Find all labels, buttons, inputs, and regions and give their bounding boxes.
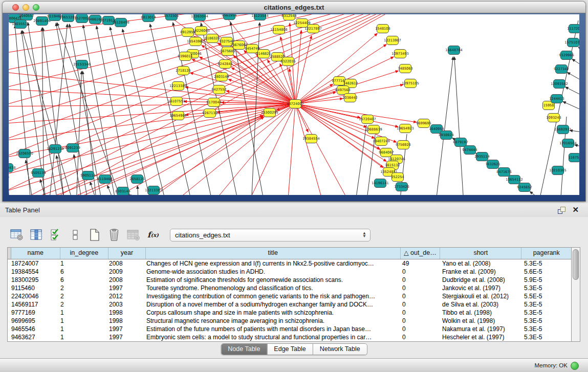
network-node[interactable]: 1244413 <box>549 95 564 103</box>
network-node[interactable]: 8186328 <box>205 34 220 43</box>
table-cell[interactable]: 5.3E-5 <box>520 259 570 268</box>
network-node[interactable]: 9699695 <box>416 119 431 128</box>
column-header-2[interactable]: year <box>108 248 146 259</box>
table-cell[interactable]: Hescheler et al. (1997) <box>439 333 520 341</box>
table-cell[interactable]: 5.3E-5 <box>520 325 570 333</box>
table-cell[interactable]: Genome-wide association studies in ADHD. <box>143 268 399 276</box>
table-cell[interactable]: 1997 <box>105 333 143 341</box>
network-node[interactable]: 9561954 <box>222 14 236 20</box>
table-cell[interactable]: 9465546 <box>8 325 57 333</box>
table-cell[interactable]: Tibbo et al. (1998) <box>439 309 520 317</box>
network-node[interactable]: 9396011 <box>178 52 192 61</box>
table-cell[interactable]: 0 <box>399 325 439 333</box>
network-node[interactable]: 1117203 <box>567 25 579 33</box>
network-node[interactable]: 6879197 <box>453 138 468 147</box>
table-cell[interactable]: Investigating the contribution of common… <box>143 292 399 300</box>
network-node[interactable]: 2040557 <box>19 14 34 20</box>
close-icon[interactable]: ✕ <box>572 205 579 214</box>
network-node[interactable]: 10213383 <box>145 186 162 195</box>
network-node[interactable]: 19384554 <box>302 135 320 143</box>
table-cell[interactable]: Yano et al. (2008) <box>439 259 520 268</box>
network-node[interactable]: 9245652 <box>517 183 532 192</box>
table-cell[interactable]: Tourette syndrome. Phenomenology and cla… <box>143 284 399 292</box>
table-cell[interactable]: Corpus callosum shape and size in male p… <box>143 309 399 317</box>
table-cell[interactable]: 1 <box>57 333 105 341</box>
tab-edge-table[interactable]: Edge Table <box>267 344 312 355</box>
network-node[interactable]: 10654112 <box>506 176 523 184</box>
column-header-1[interactable]: in_degree <box>60 248 109 259</box>
column-header-4[interactable]: △ out_de… <box>401 248 441 259</box>
table-row[interactable]: 946362711997Embryonic stem cells: a mode… <box>8 333 571 341</box>
network-node[interactable]: 6497568 <box>335 86 350 95</box>
table-cell[interactable]: 2 <box>57 292 105 300</box>
table-settings-icon[interactable] <box>9 227 25 243</box>
table-cell[interactable]: Structural magnetic resonance image aver… <box>143 317 399 325</box>
network-node[interactable]: 9242845 <box>217 60 232 69</box>
column-header-0[interactable]: name <box>11 248 60 259</box>
column-header-6[interactable]: pagerank <box>521 248 571 259</box>
table-cell[interactable]: 5.9E-5 <box>520 276 570 284</box>
tab-network-table[interactable]: Network Table <box>313 344 367 355</box>
table-cell[interactable]: 0 <box>399 317 439 325</box>
network-node[interactable]: 2935114 <box>474 152 489 161</box>
network-node[interactable]: 2803144 <box>214 73 229 81</box>
table-cell[interactable]: 0 <box>399 300 439 309</box>
table-cell[interactable]: 0 <box>399 292 439 300</box>
table-cell[interactable]: 18724007 <box>8 259 57 268</box>
network-node[interactable]: 252254 <box>391 173 404 182</box>
delete-table-icon[interactable] <box>106 227 122 243</box>
clear-cells-icon[interactable] <box>68 227 83 243</box>
table-cell[interactable]: 0 <box>399 309 439 317</box>
column-header-3[interactable]: title <box>146 248 401 259</box>
network-node[interactable]: 26206500 <box>16 149 33 158</box>
network-node[interactable]: 15720407 <box>359 115 376 124</box>
network-node[interactable]: 9227342 <box>554 65 569 74</box>
table-cell[interactable]: 2008 <box>105 276 143 284</box>
import-table-disabled-icon[interactable] <box>126 227 141 243</box>
network-node[interactable]: 9474444 <box>462 146 477 155</box>
table-cell[interactable]: de Silva et al. (2003) <box>439 300 520 309</box>
table-row[interactable]: 1456911722003Disruption of a novel membe… <box>8 300 571 309</box>
table-cell[interactable]: 5.3E-5 <box>520 284 570 292</box>
network-node[interactable]: 8312544 <box>281 14 296 20</box>
table-row[interactable]: 946554611997Estimation of the future num… <box>8 325 571 333</box>
table-cell[interactable]: Embryonic stem cells: a model to study s… <box>143 333 399 341</box>
table-cell[interactable]: 9463627 <box>8 333 57 341</box>
table-cell[interactable]: 0 <box>399 276 439 284</box>
network-node[interactable]: 12213383 <box>169 82 187 91</box>
table-cell[interactable]: Disruption of a novel member of a sodium… <box>143 300 399 309</box>
network-node[interactable]: 5675685 <box>220 47 235 56</box>
function-builder-icon[interactable]: f(x) <box>145 227 161 243</box>
network-node[interactable]: 7485063 <box>398 64 412 73</box>
network-node[interactable]: 10210365 <box>549 166 567 175</box>
table-cell[interactable]: 1 <box>57 317 105 325</box>
table-row[interactable]: 2242004622012Investigating the contribut… <box>8 292 571 300</box>
table-row[interactable]: 977716911998Corpus callosum shape and si… <box>8 309 571 317</box>
table-cell[interactable]: 0 <box>399 284 439 292</box>
table-cell[interactable]: Jankovic et al. (1997) <box>439 284 520 292</box>
network-node[interactable]: 19654923 <box>397 124 414 133</box>
table-row[interactable]: 1872400712008Changes of HCN gene express… <box>8 259 571 268</box>
network-node[interactable]: 9170044 <box>206 98 221 107</box>
table-cell[interactable]: 2012 <box>105 292 143 300</box>
network-node[interactable]: 16648784 <box>445 46 463 55</box>
table-cell[interactable]: 2009 <box>105 268 143 276</box>
network-node[interactable]: 1527002 <box>74 14 89 23</box>
table-row[interactable]: 911546021997Tourette syndrome. Phenomeno… <box>8 284 571 292</box>
select-all-checks-icon[interactable] <box>48 227 63 243</box>
network-node[interactable]: 8471676 <box>496 168 511 177</box>
table-row[interactable]: 1830029562008Estimation of significance … <box>8 276 571 284</box>
network-node[interactable]: 10973493 <box>391 50 409 58</box>
network-node[interactable]: 12263044 <box>191 14 208 21</box>
column-header-5[interactable]: short <box>440 248 521 259</box>
table-cell[interactable]: 9699695 <box>8 317 57 325</box>
table-cell[interactable]: 0 <box>399 333 439 341</box>
network-node[interactable]: 12975105 <box>402 79 419 88</box>
network-node[interactable]: 12213987 <box>384 36 401 45</box>
network-node[interactable]: 1093243 <box>546 114 561 122</box>
zoom-window-button[interactable] <box>33 4 39 11</box>
table-cell[interactable]: 2 <box>57 284 105 292</box>
network-node[interactable]: 2718126 <box>176 67 190 75</box>
table-cell[interactable]: Dudbridge et al. (2008) <box>439 276 520 284</box>
table-cell[interactable]: 5.3E-5 <box>520 309 570 317</box>
